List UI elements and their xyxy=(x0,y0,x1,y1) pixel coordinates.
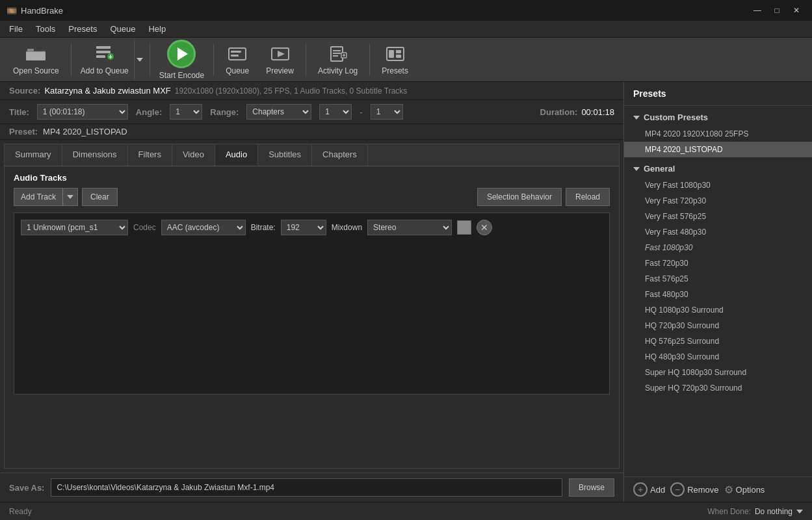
source-bar: Source: Katarzyna & Jakub zwiastun MXF 1… xyxy=(0,82,623,100)
queue-button[interactable]: Queue xyxy=(218,40,257,79)
activity-log-icon xyxy=(328,44,348,64)
minimize-button[interactable]: — xyxy=(748,4,766,17)
general-presets-expand-icon xyxy=(633,167,640,171)
start-encode-label: Start Encode xyxy=(159,71,204,80)
open-source-button[interactable]: Open Source xyxy=(5,40,67,79)
source-label: Source: xyxy=(9,86,40,96)
preset-hq-576p25-surround[interactable]: HQ 576p25 Surround xyxy=(624,333,812,349)
mixdown-select[interactable]: Stereo xyxy=(367,220,452,235)
menu-queue[interactable]: Queue xyxy=(103,23,142,35)
angle-label: Angle: xyxy=(136,107,162,117)
preset-bar: Preset: MP4 2020_LISTOPAD xyxy=(0,124,623,140)
toolbar-sep-3 xyxy=(213,44,214,76)
range-select[interactable]: Chapters xyxy=(246,104,311,120)
tab-video[interactable]: Video xyxy=(172,144,215,166)
add-to-queue-button[interactable]: + Add to Queue xyxy=(75,40,134,79)
custom-presets-group-header[interactable]: Custom Presets xyxy=(624,109,812,126)
tab-dimensions[interactable]: Dimensions xyxy=(62,144,128,166)
remove-preset-button[interactable]: − Remove xyxy=(670,482,718,497)
toolbar: Open Source + Add to Queue xyxy=(0,38,812,82)
preset-hq-720p30-surround[interactable]: HQ 720p30 Surround xyxy=(624,318,812,333)
play-icon xyxy=(177,47,188,60)
presets-footer: + Add − Remove ⚙ Options xyxy=(624,476,812,502)
preview-button[interactable]: Preview xyxy=(258,40,302,79)
preset-fast-1080p30[interactable]: Fast 1080p30 xyxy=(624,240,812,255)
options-preset-button[interactable]: ⚙ Options xyxy=(724,484,765,496)
presets-panel: Presets Custom Presets MP4 2020 1920X108… xyxy=(623,82,812,502)
app-title: HandBrake xyxy=(21,6,63,16)
preset-item-mp4-2020-listopad[interactable]: MP4 2020_LISTOPAD xyxy=(624,142,812,157)
toolbar-sep-5 xyxy=(369,44,370,76)
reload-button[interactable]: Reload xyxy=(566,188,610,206)
chapters-to-select[interactable]: 1 xyxy=(371,104,403,120)
preset-fast-576p25[interactable]: Fast 576p25 xyxy=(624,271,812,287)
presets-header: Presets xyxy=(624,82,812,106)
preview-label: Preview xyxy=(266,66,294,75)
start-encode-group: Start Encode xyxy=(154,36,209,84)
add-track-button[interactable]: Add Track xyxy=(14,188,62,206)
menu-file[interactable]: File xyxy=(3,23,29,35)
when-done-dropdown-icon[interactable] xyxy=(796,510,803,514)
add-to-queue-arrow[interactable] xyxy=(134,40,146,79)
menu-presets[interactable]: Presets xyxy=(62,23,103,35)
maximize-button[interactable]: □ xyxy=(768,4,786,17)
add-track-arrow[interactable] xyxy=(62,188,78,206)
svg-marker-12 xyxy=(278,51,285,57)
preset-very-fast-720p30[interactable]: Very Fast 720p30 xyxy=(624,193,812,209)
tab-chapters[interactable]: Chapters xyxy=(312,144,368,166)
audio-section: Audio Tracks Add Track Clear Selection B… xyxy=(5,166,619,401)
clear-button[interactable]: Clear xyxy=(82,188,118,206)
tab-subtitles[interactable]: Subtitles xyxy=(258,144,312,166)
add-track-dropdown-icon xyxy=(67,195,73,199)
preset-item-mp4-2020[interactable]: MP4 2020 1920X1080 25FPS xyxy=(624,126,812,142)
tab-summary[interactable]: Summary xyxy=(5,144,62,166)
bitrate-select[interactable]: 192 xyxy=(281,220,326,235)
options-bar: Title: 1 (00:01:18) Angle: 1 Range: Chap… xyxy=(0,100,623,124)
preset-hq-1080p30-surround[interactable]: HQ 1080p30 Surround xyxy=(624,302,812,318)
preset-hq-480p30-surround[interactable]: HQ 480p30 Surround xyxy=(624,349,812,365)
svg-rect-15 xyxy=(333,53,341,54)
add-track-group: Add Track xyxy=(14,188,78,206)
svg-rect-16 xyxy=(333,55,338,57)
add-preset-button[interactable]: + Add xyxy=(633,482,665,497)
save-path-input[interactable] xyxy=(51,478,562,497)
remove-track-button[interactable]: ✕ xyxy=(477,220,492,235)
browse-button[interactable]: Browse xyxy=(569,478,614,497)
track-color-swatch[interactable] xyxy=(457,220,471,235)
audio-track-row: 1 Unknown (pcm_s1 Codec AAC (avcodec) Bi… xyxy=(21,220,603,235)
start-encode-button[interactable] xyxy=(167,40,196,68)
preset-very-fast-576p25[interactable]: Very Fast 576p25 xyxy=(624,209,812,224)
custom-presets-label: Custom Presets xyxy=(644,112,708,122)
app-logo: 🎞️ xyxy=(7,6,17,16)
track-source-select[interactable]: 1 Unknown (pcm_s1 xyxy=(21,220,128,235)
svg-rect-10 xyxy=(231,55,239,57)
menubar: File Tools Presets Queue Help xyxy=(0,21,812,38)
general-presets-group-header[interactable]: General xyxy=(624,160,812,177)
close-button[interactable]: ✕ xyxy=(787,4,805,17)
preset-value: MP4 2020_LISTOPAD xyxy=(43,127,127,136)
preset-very-fast-1080p30[interactable]: Very Fast 1080p30 xyxy=(624,177,812,193)
toolbar-sep-4 xyxy=(306,44,306,76)
preset-super-hq-1080p30-surround[interactable]: Super HQ 1080p30 Surround xyxy=(624,365,812,380)
selection-behavior-button[interactable]: Selection Behavior xyxy=(477,188,562,206)
angle-select[interactable]: 1 xyxy=(170,104,202,120)
svg-rect-5 xyxy=(96,55,105,58)
presets-button[interactable]: Presets xyxy=(374,40,416,79)
preset-very-fast-480p30[interactable]: Very Fast 480p30 xyxy=(624,224,812,240)
title-label: Title: xyxy=(9,107,29,117)
activity-log-button[interactable]: Activity Log xyxy=(310,40,365,79)
audio-track-area: 1 Unknown (pcm_s1 Codec AAC (avcodec) Bi… xyxy=(14,213,610,395)
tab-audio[interactable]: Audio xyxy=(215,144,258,166)
titlebar-controls: — □ ✕ xyxy=(748,4,805,17)
preset-super-hq-720p30-surround[interactable]: Super HQ 720p30 Surround xyxy=(624,380,812,396)
title-select[interactable]: 1 (00:01:18) xyxy=(37,104,128,120)
tab-filters[interactable]: Filters xyxy=(128,144,172,166)
svg-rect-3 xyxy=(96,46,111,49)
menu-help[interactable]: Help xyxy=(142,23,172,35)
chapters-from-select[interactable]: 1 xyxy=(319,104,352,120)
preset-fast-720p30[interactable]: Fast 720p30 xyxy=(624,255,812,271)
menu-tools[interactable]: Tools xyxy=(29,23,62,35)
codec-select[interactable]: AAC (avcodec) xyxy=(161,220,246,235)
when-done-area: When Done: Do nothing xyxy=(707,507,803,516)
preset-fast-480p30[interactable]: Fast 480p30 xyxy=(624,287,812,302)
